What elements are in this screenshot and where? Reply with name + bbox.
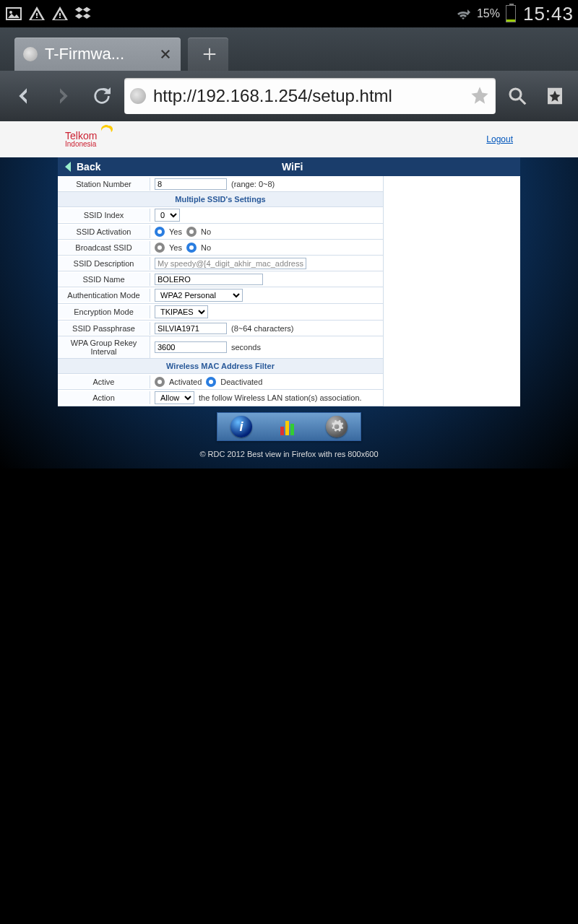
broadcast-yes-radio[interactable] (155, 243, 165, 253)
bookmarks-icon[interactable] (539, 80, 571, 112)
logout-link[interactable]: Logout (486, 134, 513, 144)
globe-icon (23, 47, 38, 61)
svg-rect-4 (280, 427, 284, 435)
close-tab-button[interactable] (156, 45, 175, 64)
status-clock: 15:43 (523, 3, 574, 25)
row-action: Action Allow the follow Wireless LAN sta… (58, 390, 383, 406)
page-title-bar: Back WiFi (58, 157, 520, 176)
section-multiple-ssid: Multiple SSID's Settings (58, 192, 383, 207)
section-mac-filter: Wireless MAC Address Filter (58, 359, 383, 374)
tab-strip: T-Firmwa... (0, 27, 578, 71)
ssid-name-input[interactable] (155, 274, 263, 285)
back-label: Back (77, 161, 100, 173)
new-tab-button[interactable] (188, 38, 228, 71)
battery-icon (506, 5, 516, 22)
back-button[interactable] (7, 79, 40, 113)
row-active: Active Activated Deactivated (58, 374, 383, 390)
svg-point-2 (510, 89, 521, 100)
station-number-hint: (range: 0~8) (231, 180, 275, 188)
bookmark-star-icon[interactable] (470, 85, 490, 108)
browser-toolbar (0, 71, 578, 121)
encryption-mode-select[interactable]: TKIPAES (155, 305, 208, 318)
content-panel: Station Number (range: 0~8) Multiple SSI… (58, 176, 520, 406)
active-activated-radio[interactable] (155, 377, 165, 387)
battery-percentage: 15% (477, 7, 500, 20)
station-number-input[interactable] (155, 178, 227, 190)
ssid-index-select[interactable]: 0 (155, 209, 180, 222)
tab-title: T-Firmwa... (45, 45, 152, 64)
rekey-input[interactable] (155, 341, 227, 353)
action-select[interactable]: Allow (155, 391, 194, 404)
footer-toolbar: i (217, 412, 361, 441)
url-bar[interactable] (124, 78, 496, 114)
auth-mode-select[interactable]: WPA2 Personal (155, 289, 243, 302)
side-panel (383, 176, 520, 406)
picture-icon (4, 4, 23, 23)
action-hint: the follow Wireless LAN station(s) assoc… (199, 393, 362, 402)
info-icon[interactable]: i (230, 416, 252, 437)
row-passphrase: SSID Passphrase (8~64 characters) (58, 321, 383, 336)
wifi-icon (454, 4, 473, 23)
active-deactivated-radio[interactable] (206, 377, 216, 387)
svg-rect-5 (285, 421, 289, 435)
forward-button[interactable] (46, 79, 79, 113)
passphrase-hint: (8~64 characters) (231, 324, 294, 333)
android-status-bar: 15% 15:43 (0, 0, 578, 27)
url-input[interactable] (153, 86, 470, 106)
row-ssid-activation: SSID Activation Yes No (58, 224, 383, 240)
form-area: Station Number (range: 0~8) Multiple SSI… (58, 176, 383, 406)
back-nav-button[interactable]: Back (65, 161, 100, 173)
search-icon[interactable] (501, 80, 533, 112)
telkom-logo: TelkomIndonesia (65, 131, 97, 148)
row-encryption-mode: Encryption Mode TKIPAES (58, 304, 383, 321)
row-broadcast-ssid: Broadcast SSID Yes No (58, 240, 383, 256)
passphrase-input[interactable] (155, 323, 227, 334)
dropbox-icon (74, 4, 92, 23)
page-title: WiFi (100, 161, 484, 173)
row-rekey-interval: WPA Group Rekey Interval seconds (58, 336, 383, 359)
ssid-activation-yes-radio[interactable] (155, 227, 165, 237)
row-ssid-name: SSID Name (58, 271, 383, 287)
ssid-activation-no-radio[interactable] (186, 227, 197, 237)
svg-rect-6 (290, 424, 294, 435)
ssid-description-input[interactable] (155, 258, 306, 269)
row-auth-mode: Authentication Mode WPA2 Personal (58, 287, 383, 304)
reload-button[interactable] (85, 79, 118, 113)
browser-tab[interactable]: T-Firmwa... (14, 38, 181, 71)
stats-icon[interactable] (278, 416, 300, 437)
globe-icon (130, 88, 146, 104)
brand-subtext: Indonesia (65, 141, 97, 148)
warning-icon (27, 4, 46, 23)
row-ssid-description: SSID Description (58, 256, 383, 271)
copyright-text: © RDC 2012 Best view in Firefox with res… (0, 447, 578, 461)
site-header: TelkomIndonesia Logout (0, 121, 578, 157)
broadcast-no-radio[interactable] (186, 243, 197, 253)
rekey-unit: seconds (231, 343, 261, 352)
row-ssid-index: SSID Index 0 (58, 207, 383, 224)
settings-icon[interactable] (326, 416, 348, 437)
warning-icon (51, 4, 69, 23)
svg-point-1 (9, 11, 12, 14)
page-viewport: TelkomIndonesia Logout Back WiFi Station… (0, 121, 578, 468)
row-station-number: Station Number (range: 0~8) (58, 176, 383, 192)
browser-chrome: T-Firmwa... (0, 27, 578, 121)
chevron-left-icon (65, 162, 72, 172)
